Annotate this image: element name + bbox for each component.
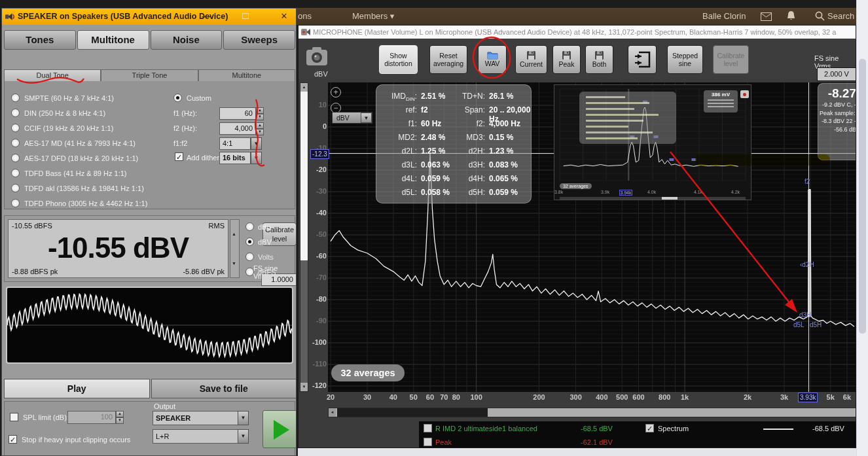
search-label[interactable]: Search [827,11,854,21]
tab-sweeps[interactable]: Sweeps [223,30,295,50]
toolbar-button-wav[interactable]: WAV [478,45,507,74]
preset-radio[interactable] [11,139,20,147]
meter-dbfs-peak: -8.88 dBFS pk [12,268,58,275]
x-tick-600: 600 [630,393,646,401]
zoom-in-icon[interactable]: + [331,87,341,97]
x-tick-400: 400 [594,393,609,401]
meas-value: 0.15 % [489,133,513,142]
spl-limit-field[interactable]: 100 [67,411,116,424]
play-button[interactable]: Play [4,379,150,398]
dither-bits-dropdown[interactable]: 16 bits [219,152,251,164]
preset-radio[interactable] [11,154,20,162]
search-icon[interactable] [815,11,825,21]
unit-radio-dbu[interactable] [245,222,254,231]
output-device-dropdown[interactable]: SPEAKER [153,411,249,425]
legend-checkbox-peak[interactable] [424,438,432,446]
nav-item-members[interactable]: Members ▾ [352,11,394,21]
fs-sine-vrms-field[interactable]: 2.000 V [817,67,856,81]
toolbar-button-loopback[interactable] [628,45,657,74]
chevron-down-icon[interactable]: ▼ [361,113,372,123]
preset-radio[interactable] [11,94,20,102]
browser-scrollbar-thumb[interactable] [859,59,866,334]
maximize-button[interactable] [234,9,257,25]
tab-noise[interactable]: Noise [151,30,223,50]
record-dot-icon [743,93,746,96]
scroll-left-button[interactable]: ◄ [329,408,336,417]
close-button[interactable]: ✕ [273,9,295,25]
y-tick--90: -90 [303,317,327,324]
spl-limit-label: SPL limit (dB): [23,413,69,421]
legend-checkbox-spectrum[interactable]: ✓ [645,424,654,432]
peak-value: -8.27 [820,86,856,101]
tab-tones[interactable]: Tones [4,30,76,50]
minimize-button[interactable]: — [195,9,217,25]
add-dither-checkbox[interactable]: ✓ [175,152,183,161]
inset-scrollbar-thumb[interactable] [662,197,678,200]
toolbar-button-show-distortion[interactable]: Showdistortion [379,45,418,74]
spinner-up-icon[interactable]: ▲ [232,232,236,236]
unit-radio-dbfs[interactable] [245,268,254,276]
output-channels-dropdown[interactable]: L+R [153,429,249,444]
ratio-dropdown[interactable]: 4:1 [219,137,251,150]
inset-scrollbar[interactable] [560,197,746,200]
preset-radio[interactable] [11,169,20,177]
toolbar-button-reset-averaging[interactable]: Resetaveraging [429,45,467,74]
horizontal-scrollbar-thumb[interactable] [337,408,488,417]
spl-spin-down[interactable]: ▼ [116,417,124,424]
toolbar-button-stepped-sine[interactable]: Steppedsine [667,45,703,74]
tab-multitone[interactable]: Multitone [77,30,149,50]
mail-icon[interactable] [761,12,772,21]
spinner-down-icon[interactable]: ▼ [232,261,236,266]
f2-field[interactable]: 4,000 [219,122,256,135]
f2-spin-down[interactable]: ▼ [256,129,264,135]
spk-window-titlebar[interactable]: SPEAKER on Speakers (USB Advanced Audio … [2,9,296,25]
chevron-down-icon: ▾ [390,11,395,21]
subtab-dual-tone[interactable]: Dual Tone [4,69,101,82]
stop-clipping-checkbox[interactable]: ✓ [9,435,17,444]
spl-limit-checkbox[interactable] [10,413,18,421]
preset-radio[interactable] [11,109,20,117]
meter-spinner[interactable]: ▲ ▼ [230,219,240,278]
toolbar-button-both[interactable]: Both [585,45,613,74]
inset-record-button[interactable] [740,90,749,98]
scroll-up-button[interactable]: ▲ [300,83,308,92]
output-label: Output [154,402,175,410]
meas-label: d3L: [376,160,417,169]
unit-dropdown[interactable]: dBV ▼ [332,112,372,124]
camera-icon[interactable] [306,46,328,66]
preset-radio[interactable] [11,124,20,132]
unit-radio-dbv[interactable] [245,237,254,246]
subtab-triple-tone[interactable]: Triple Tone [101,69,198,82]
meter-dbv-peak: -5.86 dBV pk [183,268,225,275]
plot-horizontal-scrollbar[interactable]: ◄ [328,408,856,417]
mic-window-titlebar[interactable]: MICROPHONE (Master Volume) L on Micropho… [298,26,856,39]
unit-radio-volts[interactable] [245,253,254,261]
chevron-down-icon[interactable]: ▼ [251,152,262,164]
start-playback-button[interactable] [262,410,297,448]
legend-checkbox-imd[interactable] [424,424,432,432]
meas-value: 0.083 % [489,160,518,169]
subtab-multitone[interactable]: Multitone [198,69,295,82]
chevron-down-icon[interactable]: ▼ [251,137,262,150]
inset-zoom-chart[interactable]: 386 mV32 averages3.8k3.9k3.94k4.0k4.1k4.… [554,84,751,200]
user-name[interactable]: Balle Clorin [702,11,746,21]
preset-radio[interactable] [11,199,20,207]
f1-field[interactable]: 60 [219,107,256,120]
toolbar-button-calibrate-level[interactable]: Calibratelevel [713,45,749,74]
toolbar-button-current[interactable]: Current [515,45,547,74]
f1-spin-down[interactable]: ▼ [256,114,264,120]
x-tick-5k: 5k [823,393,839,401]
nav-item-partial[interactable]: ons [298,11,312,21]
save-to-file-button[interactable]: Save to file [151,379,297,398]
bell-icon[interactable] [787,11,795,22]
chevron-down-icon[interactable]: ▼ [238,429,249,444]
chevron-down-icon[interactable]: ▼ [238,411,249,425]
f1-spin-up[interactable]: ▲ [256,107,264,114]
spl-spin-up[interactable]: ▲ [116,411,124,417]
f2-spin-up[interactable]: ▲ [256,122,264,129]
preset-radio[interactable] [11,184,20,192]
toolbar-button-peak[interactable]: Peak [552,45,581,74]
meas-label: IMDDIN: [376,92,417,102]
custom-radio[interactable] [173,94,182,102]
x-tick-200: 200 [532,393,547,401]
